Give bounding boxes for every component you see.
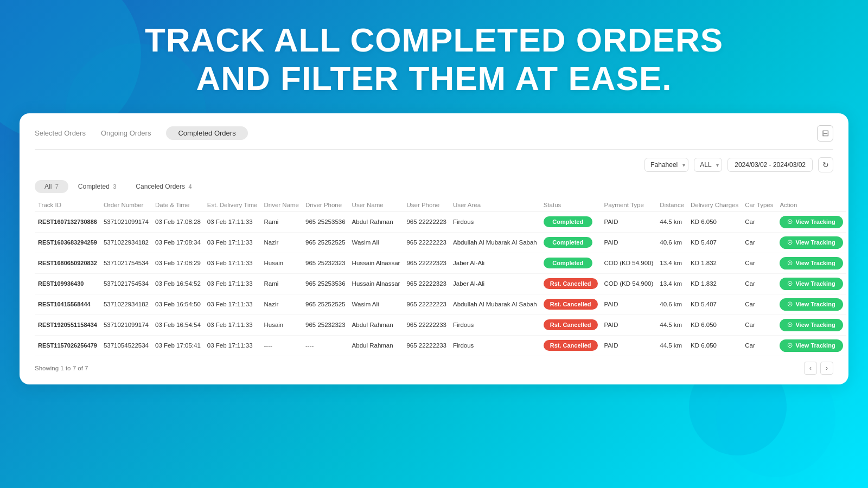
cell-order-number: 5371021099174	[100, 314, 152, 335]
sub-tab-all[interactable]: All 7	[35, 180, 68, 193]
cell-distance: 44.5 km	[656, 335, 687, 356]
view-tracking-button[interactable]: ☉ View Tracking	[780, 236, 843, 249]
col-car-types: Car Types	[742, 198, 776, 212]
cell-driver-name: ----	[260, 335, 302, 356]
cell-driver-phone: 965 25253536	[302, 211, 349, 232]
col-user-name: User Name	[349, 198, 404, 212]
cell-driver-phone: ----	[302, 335, 349, 356]
status-badge: Rst. Cancelled	[544, 340, 598, 351]
cell-action[interactable]: ☉ View Tracking	[776, 232, 846, 253]
cell-status: Completed	[540, 211, 601, 232]
cell-user-phone: 965 22222323	[403, 253, 450, 273]
cell-driver-name: Husain	[260, 253, 302, 273]
cell-track-id: REST1920551158434	[35, 314, 100, 335]
status-badge: Completed	[544, 237, 592, 248]
cell-driver-name: Rami	[260, 273, 302, 294]
tab-completed-orders[interactable]: Completed Orders	[166, 126, 247, 140]
cell-action[interactable]: ☉ View Tracking	[776, 335, 846, 356]
type-filter-select[interactable]: ALL	[694, 158, 722, 172]
cell-date-time: 03 Feb 16:54:52	[152, 273, 204, 294]
eye-icon: ☉	[787, 239, 793, 246]
view-tracking-button[interactable]: ☉ View Tracking	[780, 216, 843, 228]
cell-car-types: Car	[742, 314, 776, 335]
view-tracking-button[interactable]: ☉ View Tracking	[780, 278, 843, 290]
cell-payment-type: COD (KD 54.900)	[601, 273, 657, 294]
refresh-button[interactable]: ↻	[818, 157, 833, 172]
cell-user-phone: 965 22222323	[403, 273, 450, 294]
status-badge: Completed	[544, 216, 592, 227]
view-tracking-button[interactable]: ☉ View Tracking	[780, 298, 843, 311]
cell-user-name: Wasim Ali	[349, 232, 404, 253]
cell-action[interactable]: ☉ View Tracking	[776, 253, 846, 273]
prev-page-button[interactable]: ‹	[804, 362, 817, 375]
cell-track-id: REST1603683294259	[35, 232, 100, 253]
col-user-phone: User Phone	[403, 198, 450, 212]
cell-driver-name: Nazir	[260, 294, 302, 314]
col-order-number: Order Number	[100, 198, 152, 212]
cell-driver-phone: 965 25253536	[302, 273, 349, 294]
cell-user-area: Abdullah Al Mubarak Al Sabah	[450, 294, 540, 314]
cell-date-time: 03 Feb 17:08:29	[152, 253, 204, 273]
col-driver-phone: Driver Phone	[302, 198, 349, 212]
eye-icon: ☉	[787, 280, 793, 287]
cell-action[interactable]: ☉ View Tracking	[776, 294, 846, 314]
eye-icon: ☉	[787, 342, 793, 349]
cell-delivery-charges: KD 6.050	[687, 314, 742, 335]
eye-icon: ☉	[787, 301, 793, 308]
cell-status: Completed	[540, 232, 601, 253]
col-date-time: Date & Time	[152, 198, 204, 212]
cell-distance: 44.5 km	[656, 314, 687, 335]
table-row: REST1603683294259 5371022934182 03 Feb 1…	[35, 232, 846, 253]
view-tracking-button[interactable]: ☉ View Tracking	[780, 339, 843, 352]
cell-est-delivery: 03 Feb 17:11:33	[204, 335, 261, 356]
sub-tab-cancelled[interactable]: Canceled Orders 4	[126, 180, 201, 193]
cell-order-number: 5371054522534	[100, 335, 152, 356]
cell-payment-type: PAID	[601, 335, 657, 356]
cell-user-name: Hussain Alnassar	[349, 273, 404, 294]
cell-driver-phone: 965 25232323	[302, 253, 349, 273]
cell-action[interactable]: ☉ View Tracking	[776, 314, 846, 335]
cell-payment-type: PAID	[601, 232, 657, 253]
cell-distance: 13.4 km	[656, 273, 687, 294]
col-est-delivery: Est. Delivery Time	[204, 198, 261, 212]
next-page-button[interactable]: ›	[820, 362, 833, 375]
tab-selected-orders[interactable]: Selected Orders	[35, 127, 86, 139]
tab-ongoing-orders[interactable]: Ongoing Orders	[101, 127, 151, 139]
col-track-id: Track ID	[35, 198, 100, 212]
export-icon-btn[interactable]: ⊟	[817, 125, 833, 142]
cell-user-phone: 965 22222223	[403, 211, 450, 232]
cell-car-types: Car	[742, 232, 776, 253]
cell-action[interactable]: ☉ View Tracking	[776, 211, 846, 232]
table-row: REST1157026256479 5371054522534 03 Feb 1…	[35, 335, 846, 356]
table-row: REST109936430 5371021754534 03 Feb 16:54…	[35, 273, 846, 294]
cell-payment-type: PAID	[601, 211, 657, 232]
cell-order-number: 5371021754534	[100, 253, 152, 273]
sub-tab-completed[interactable]: Completed 3	[68, 180, 126, 193]
cell-payment-type: PAID	[601, 314, 657, 335]
cell-delivery-charges: KD 1.832	[687, 273, 742, 294]
date-range-button[interactable]: 2024/03/02 - 2024/03/02	[727, 158, 813, 172]
table-row: REST1680650920832 5371021754534 03 Feb 1…	[35, 253, 846, 273]
area-filter-select[interactable]: Fahaheel	[644, 158, 688, 172]
col-status: Status	[540, 198, 601, 212]
view-tracking-button[interactable]: ☉ View Tracking	[780, 319, 843, 331]
cell-payment-type: PAID	[601, 294, 657, 314]
status-badge: Rst. Cancelled	[544, 278, 598, 289]
orders-table: Track ID Order Number Date & Time Est. D…	[35, 198, 846, 356]
cell-user-name: Abdul Rahman	[349, 314, 404, 335]
header-section: TRACK ALL COMPLETED ORDERS AND FILTER TH…	[0, 0, 868, 113]
view-tracking-button[interactable]: ☉ View Tracking	[780, 257, 843, 269]
showing-text: Showing 1 to 7 of 7	[35, 365, 88, 371]
cell-status: Rst. Cancelled	[540, 273, 601, 294]
cell-user-area: Firdous	[450, 335, 540, 356]
cell-order-number: 5371021099174	[100, 211, 152, 232]
table-footer: Showing 1 to 7 of 7 ‹ ›	[35, 362, 833, 375]
cell-action[interactable]: ☉ View Tracking	[776, 273, 846, 294]
table-row: REST10415568444 5371022934182 03 Feb 16:…	[35, 294, 846, 314]
eye-icon: ☉	[787, 219, 793, 226]
cell-track-id: REST1607132730886	[35, 211, 100, 232]
col-distance: Distance	[656, 198, 687, 212]
eye-icon: ☉	[787, 260, 793, 267]
main-card: Selected Orders Ongoing Orders Completed…	[20, 113, 848, 384]
cell-status: Completed	[540, 253, 601, 273]
